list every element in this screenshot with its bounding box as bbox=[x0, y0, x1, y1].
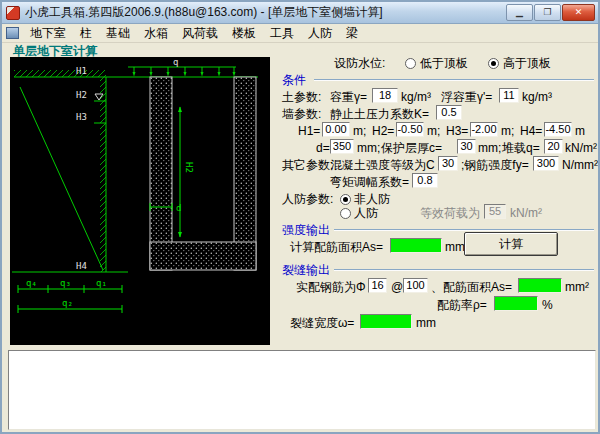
drawing-label-h4: H4 bbox=[76, 261, 87, 271]
drawing-label-q1: q₁ bbox=[96, 278, 107, 288]
menu-bar: 地下室 柱 基础 水箱 风荷载 楼板 工具 人防 梁 bbox=[2, 24, 598, 43]
app-icon[interactable] bbox=[6, 6, 20, 20]
gamma-unit: kg/m³ bbox=[401, 90, 431, 104]
strength-section-line bbox=[334, 229, 594, 231]
equiv-load-input: 55 bbox=[484, 204, 506, 219]
crack-width-output[interactable] bbox=[360, 314, 412, 329]
renfang-radio[interactable] bbox=[340, 208, 351, 219]
k-input[interactable]: 0.5 bbox=[436, 105, 462, 120]
drawing-label-q: q bbox=[173, 57, 178, 67]
conditions-section-line bbox=[314, 79, 594, 81]
cover-input[interactable]: 30 bbox=[457, 139, 476, 154]
close-button[interactable]: ✕ bbox=[562, 4, 595, 21]
drawing-label-wall-height: H2 bbox=[184, 162, 194, 173]
window-title: 小虎工具箱.第四版2006.9.(h88u@163.com) - [单层地下室侧… bbox=[25, 4, 383, 21]
calculate-button[interactable]: 计算 bbox=[464, 232, 558, 256]
mdi-child-icon[interactable] bbox=[6, 27, 19, 39]
menu-item-tools[interactable]: 工具 bbox=[263, 24, 301, 43]
h2-input[interactable]: -0.50 bbox=[396, 122, 424, 137]
moment-input[interactable]: 0.8 bbox=[412, 173, 438, 188]
cover-unit: mm; bbox=[478, 141, 501, 155]
steel-input[interactable]: 300 bbox=[533, 156, 559, 171]
section-drawing-svg: q H1 H2 H3 H4 d H2 q₄ q₃ q₁ q₂ bbox=[10, 57, 270, 345]
k-label: 静止土压力系数K= bbox=[330, 107, 429, 121]
d-label: d= bbox=[316, 141, 330, 155]
d-unit: mm; bbox=[357, 141, 380, 155]
menu-item-column[interactable]: 柱 bbox=[73, 24, 99, 43]
actual-area-label: 、配筋面积As= bbox=[431, 280, 512, 294]
ratio-unit: % bbox=[542, 298, 553, 312]
crack-width-unit: mm bbox=[416, 316, 436, 330]
rebar-at-label: @ bbox=[391, 280, 403, 294]
drawing-label-h2: H2 bbox=[76, 90, 87, 100]
soil-params-label: 土参数: bbox=[282, 90, 321, 104]
menu-item-slab[interactable]: 楼板 bbox=[225, 24, 263, 43]
non-renfang-radio[interactable] bbox=[340, 194, 351, 205]
window-controls: ▁ ❐ ✕ bbox=[505, 4, 595, 21]
renfang-label[interactable]: 人防 bbox=[354, 206, 378, 220]
maximize-button[interactable]: ❐ bbox=[534, 4, 561, 21]
rebar-dia-input[interactable]: 16 bbox=[368, 278, 387, 293]
menu-item-foundation[interactable]: 基础 bbox=[99, 24, 137, 43]
surcharge-input[interactable]: 20 bbox=[544, 139, 563, 154]
water-level-label: 设防水位: bbox=[334, 56, 385, 70]
calc-area-label: 计算配筋面积As= bbox=[290, 240, 383, 254]
crack-section-title: 裂缝输出 bbox=[282, 262, 330, 279]
minimize-button[interactable]: ▁ bbox=[506, 4, 533, 21]
buoyant-label: 浮容重γ'= bbox=[441, 90, 492, 104]
water-above-label[interactable]: 高于顶板 bbox=[503, 56, 551, 70]
other-params-label: 其它参数: bbox=[282, 158, 333, 172]
crack-width-label: 裂缝宽度ω= bbox=[290, 316, 354, 330]
steel-label: ;钢筋强度fy= bbox=[461, 158, 529, 172]
concrete-input[interactable]: 30 bbox=[438, 156, 458, 171]
h2-unit: m; bbox=[427, 124, 440, 138]
ratio-output[interactable] bbox=[494, 296, 538, 311]
menu-item-basement[interactable]: 地下室 bbox=[23, 24, 73, 43]
steel-unit: N/mm² bbox=[562, 158, 598, 172]
h4-input[interactable]: -4.50 bbox=[544, 122, 572, 137]
actual-area-output[interactable] bbox=[518, 278, 562, 293]
moment-label: 弯矩调幅系数= bbox=[330, 175, 409, 189]
parameter-panel: 设防水位: 低于顶板 高于顶板 条件 土参数: 容重γ= 18 kg/m³ 浮容… bbox=[272, 50, 599, 346]
menu-item-watertank[interactable]: 水箱 bbox=[137, 24, 175, 43]
drawing-label-q3: q₃ bbox=[60, 278, 71, 288]
equiv-load-unit: kN/m² bbox=[510, 206, 542, 220]
renfang-params-label: 人防参数: bbox=[282, 192, 333, 206]
drawing-label-q2: q₂ bbox=[62, 298, 73, 308]
water-below-label[interactable]: 低于顶板 bbox=[420, 56, 468, 70]
h1-label: H1= bbox=[298, 124, 320, 138]
h1-input[interactable]: 0.00 bbox=[322, 122, 350, 137]
h3-input[interactable]: -2.00 bbox=[470, 122, 498, 137]
water-below-radio[interactable] bbox=[405, 58, 416, 69]
actual-area-unit: mm² bbox=[565, 280, 589, 294]
app-window: 小虎工具箱.第四版2006.9.(h88u@163.com) - [单层地下室侧… bbox=[0, 0, 600, 434]
menu-item-civildefense[interactable]: 人防 bbox=[301, 24, 339, 43]
equiv-load-label: 等效荷载为 bbox=[420, 206, 480, 220]
calc-area-output[interactable] bbox=[390, 238, 442, 253]
h4-label: H4= bbox=[520, 124, 542, 138]
rebar-spacing-input[interactable]: 100 bbox=[403, 278, 428, 293]
conditions-section-title: 条件 bbox=[282, 72, 306, 89]
results-textarea[interactable] bbox=[8, 350, 596, 430]
strength-section-title: 强度输出 bbox=[282, 222, 330, 239]
drawing-label-h1: H1 bbox=[76, 66, 87, 76]
drawing-label-q4: q₄ bbox=[26, 278, 37, 288]
h2-label: H2= bbox=[372, 124, 394, 138]
buoyant-input[interactable]: 11 bbox=[499, 88, 519, 103]
gamma-input[interactable]: 18 bbox=[372, 88, 398, 103]
crack-section-line bbox=[334, 269, 594, 271]
title-bar: 小虎工具箱.第四版2006.9.(h88u@163.com) - [单层地下室侧… bbox=[2, 2, 598, 24]
drawing-geometry bbox=[12, 67, 258, 313]
water-above-radio[interactable] bbox=[488, 58, 499, 69]
menu-item-beam[interactable]: 梁 bbox=[339, 24, 365, 43]
section-drawing: q H1 H2 H3 H4 d H2 q₄ q₃ q₁ q₂ bbox=[10, 57, 270, 345]
gamma-label: 容重γ= bbox=[330, 90, 367, 104]
surcharge-label: 堆载q= bbox=[502, 141, 540, 155]
h3-label: H3= bbox=[446, 124, 468, 138]
h3-unit: m; bbox=[501, 124, 514, 138]
d-input[interactable]: 350 bbox=[330, 139, 354, 154]
menu-item-windload[interactable]: 风荷载 bbox=[175, 24, 225, 43]
non-renfang-label[interactable]: 非人防 bbox=[354, 192, 390, 206]
drawing-label-d: d bbox=[176, 203, 181, 213]
buoyant-unit: kg/m³ bbox=[522, 90, 552, 104]
